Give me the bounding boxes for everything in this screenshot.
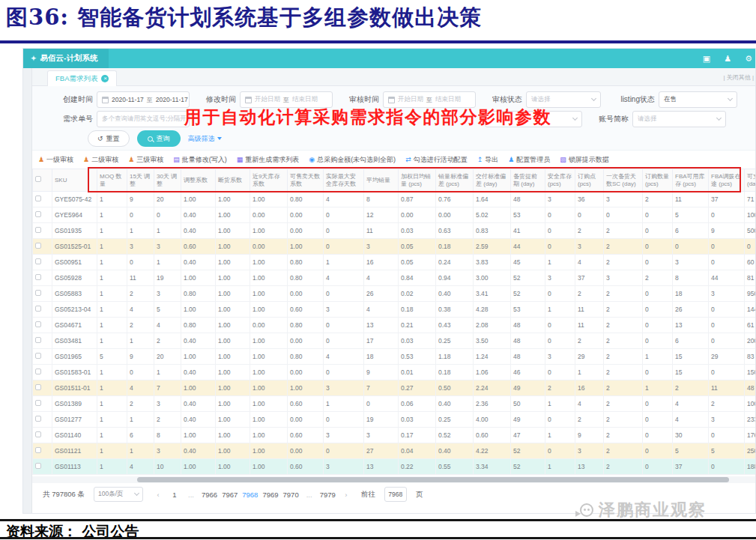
select-all-checkbox[interactable] [35, 176, 41, 182]
scrollbar-thumb[interactable] [137, 477, 729, 482]
value-cell: 1.00 [216, 333, 250, 349]
calendar-icon [388, 97, 395, 103]
next-page-button[interactable]: › [340, 491, 352, 499]
table-row[interactable]: GS05213-041451.001.001.000.60340.180.384… [33, 302, 756, 318]
header-icons: ▣ ♟ ⚙ [703, 54, 755, 64]
page-number[interactable]: 7966 [202, 491, 217, 499]
toolbar-item[interactable]: ♟三级审核 [128, 155, 163, 165]
row-checkbox[interactable] [35, 400, 41, 406]
row-checkbox[interactable] [35, 368, 41, 374]
table-row[interactable]: GS034811120.401.001.000.000170.030.253.5… [33, 333, 756, 349]
page-number[interactable]: 7970 [283, 491, 299, 499]
create-time-daterange[interactable]: 2020-11-17 至 2020-11-17 [97, 91, 190, 108]
row-checkbox[interactable] [35, 290, 41, 296]
toolbar-item[interactable]: ♟二级审核 [83, 155, 118, 165]
value-cell: 0 [604, 207, 643, 223]
value-cell: 29 [709, 349, 745, 365]
page-number[interactable]: 7968 [242, 491, 258, 499]
value-cell: 46 [511, 365, 545, 380]
page-number[interactable]: 7979 [320, 491, 336, 499]
table-row[interactable]: GS0111314101.001.001.000.603130.220.553.… [33, 459, 756, 475]
value-cell: 5 [673, 443, 709, 459]
row-checkbox[interactable] [35, 243, 41, 249]
horizontal-scrollbar[interactable] [32, 476, 755, 483]
value-cell: 1.00 [181, 459, 216, 475]
row-checkbox[interactable] [35, 227, 41, 233]
value-cell: 1.00 [216, 207, 250, 223]
toolbar-item[interactable]: ♟一级审核 [38, 155, 73, 165]
row-checkbox[interactable] [35, 384, 41, 390]
table-row[interactable]: GYE59641000.401.000.000.000120.000.005.0… [33, 207, 756, 223]
row-checkbox[interactable] [35, 306, 41, 312]
account-select[interactable]: 请选择 [632, 111, 726, 127]
row-checkbox[interactable] [35, 431, 41, 437]
footer-divider [0, 519, 756, 521]
goto-page-input[interactable]: 7968 [384, 487, 407, 502]
query-button[interactable]: 查询 [137, 130, 181, 147]
table-row[interactable]: GS013891230.401.001.000.60100.060.402.36… [33, 396, 756, 412]
toolbar-item[interactable]: ▤批量修改(写入) [173, 155, 227, 165]
row-checkbox[interactable] [35, 416, 41, 422]
value-cell: 0.52 [436, 428, 474, 443]
value-cell: 27 [364, 443, 399, 459]
table-row[interactable]: GS01583-011010.401.001.000.00090.010.181… [33, 365, 756, 380]
value-cell: 0.00 [288, 365, 324, 380]
value-cell: 10000 [745, 207, 756, 223]
image-icon[interactable]: ▣ [703, 54, 710, 64]
user-icon[interactable]: ♟ [724, 54, 731, 64]
table-row[interactable]: GS012771120.401.001.000.000190.030.254.0… [33, 412, 756, 428]
close-others-action[interactable]: | 关闭其他 | [723, 73, 754, 82]
table-row[interactable]: GS058831230.801.001.000.000260.020.403.4… [33, 286, 756, 302]
page-size-select[interactable]: 100条/页 [94, 487, 143, 502]
value-cell: 1 [97, 207, 127, 223]
table-row[interactable]: GYE5075-4219201.001.001.000.80480.870.76… [33, 192, 756, 207]
toolbar-item[interactable]: ♟配置管理员 [508, 155, 550, 165]
page-number[interactable]: 7969 [262, 491, 278, 499]
toolbar-item[interactable]: ◉总采购金额(未勾选则全部) [309, 155, 396, 165]
table-row[interactable]: GS01525-011330.601.000.001.00030.050.182… [33, 239, 756, 255]
reset-button[interactable]: ↺ 重置 [88, 130, 130, 147]
toolbar-item[interactable]: ▧锁屏提示数据 [560, 155, 609, 165]
table-row[interactable]: GS009511010.401.001.000.801160.050.243.8… [33, 255, 756, 270]
value-cell: 0 [745, 239, 756, 255]
row-checkbox[interactable] [35, 274, 41, 280]
page-number[interactable]: 1 [169, 491, 181, 499]
page-number[interactable]: 7967 [222, 491, 238, 499]
row-checkbox[interactable] [35, 321, 41, 327]
row-checkbox[interactable] [35, 258, 41, 264]
table-row[interactable]: GS011401681.001.001.000.60330.170.520.60… [33, 428, 756, 443]
row-checkbox[interactable] [35, 211, 41, 217]
row-checkbox[interactable] [35, 447, 41, 453]
value-cell: 1.24 [474, 349, 511, 365]
demand-no-input[interactable]: 多个查询请用英文逗号;分隔开 [97, 111, 190, 127]
toolbar-item[interactable]: ↥导出 [477, 155, 499, 165]
row-checkbox[interactable] [35, 337, 41, 343]
row-checkbox[interactable] [35, 353, 41, 359]
chevron-down-icon [217, 137, 222, 140]
value-cell: 2 [604, 349, 643, 365]
value-cell: 2 [643, 192, 673, 207]
toolbar-item[interactable]: ⇄勾选进行活动配置 [405, 155, 468, 165]
table-row[interactable]: GS01511-011471.001.001.001.00370.270.502… [33, 380, 756, 396]
column-header: 近9天库存系数 [250, 169, 288, 192]
value-cell: 11 [575, 318, 604, 333]
value-cell: 250 [745, 443, 756, 459]
gear-icon[interactable]: ⚙ [745, 54, 752, 64]
table-row[interactable]: GS05928111191.001.001.000.80440.840.943.… [33, 270, 756, 286]
table-row[interactable]: GS046711240.801.000.000.800130.210.432.0… [33, 318, 756, 333]
table-row[interactable]: GS019351110.401.001.000.000110.030.630.8… [33, 223, 756, 239]
advanced-filter-button[interactable]: 高级筛选 [188, 134, 222, 144]
value-cell: 1.00 [181, 192, 216, 207]
row-checkbox[interactable] [35, 463, 41, 469]
value-cell: 3 [604, 270, 643, 286]
value-cell: 0.03 [399, 412, 436, 428]
table-row[interactable]: GS011211130.401.001.000.000270.040.404.2… [33, 443, 756, 459]
collapsed-sidebar[interactable] [23, 68, 32, 513]
tab-close-icon[interactable]: × [101, 75, 109, 82]
listing-status-select[interactable]: 在售 [659, 91, 737, 108]
toolbar-item[interactable]: ▦重新生成需求列表 [237, 155, 300, 165]
prev-page-button[interactable]: ‹ [152, 491, 164, 499]
tab-fba-demand-list[interactable]: FBA需求列表 × [47, 70, 117, 86]
row-checkbox[interactable] [35, 195, 41, 201]
table-row[interactable]: GS0196559201.001.001.000.804180.531.181.… [33, 349, 756, 365]
